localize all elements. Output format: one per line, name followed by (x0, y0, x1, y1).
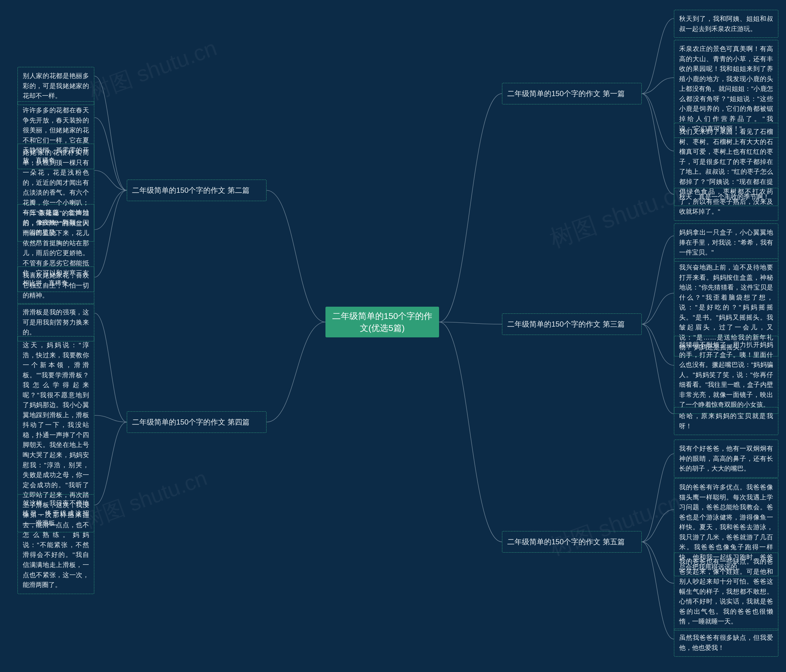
leaf-text: 别人家的花都是艳丽多彩的，可是我姥姥家的花却不一样。 (23, 72, 89, 99)
watermark: 树图 shutu.cn (85, 33, 221, 107)
leaf-node[interactable]: 秋天到了，我和阿姨、姐姐和叔叔一起去到禾泉农庄游玩。 (674, 10, 778, 38)
leaf-node[interactable]: 滑滑板是我的强项，这可是用我刻苦努力换来的。 (17, 303, 94, 341)
leaf-node[interactable]: 我喜欢姥姥家花，喜欢它独立自主，不怕一切的精神。 (17, 267, 94, 305)
branch-label: 二年级简单的150个字的作文 第二篇 (132, 185, 250, 195)
branch-label: 二年级简单的150个字的作文 第五篇 (507, 537, 625, 547)
root-title: 二年级简单的150个字的作文(优选5篇) (332, 310, 433, 334)
leaf-node[interactable]: 我的爸爸也有一些缺点。我的爸爸笑起来，像个娃娃。可是他和别人吵起来却十分可怕。爸… (674, 553, 778, 631)
leaf-node[interactable]: 别人家的花都是艳丽多彩的，可是我姥姥家的花却不一样。 (17, 67, 94, 105)
branch-label: 二年级简单的150个字的作文 第三篇 (507, 319, 625, 329)
branch-node-1[interactable]: 二年级简单的150个字的作文 第一篇 (502, 83, 642, 104)
leaf-text: 秋天到了，我和阿姨、姐姐和叔叔一起去到禾泉农庄游玩。 (679, 15, 773, 32)
branch-label: 二年级简单的150个字的作文 第四篇 (132, 417, 250, 427)
leaf-node[interactable]: 我有个好爸爸，他有一双炯炯有神的眼睛，高高的鼻子，还有长长的胡子，大大的嘴巴。 (674, 440, 778, 478)
root-node[interactable]: 二年级简单的150个字的作文(优选5篇) (325, 307, 439, 338)
branch-node-5[interactable]: 二年级简单的150个字的作文 第五篇 (502, 531, 642, 553)
leaf-node[interactable]: 妈妈拿出一只盒子，小心翼翼地捧在手里，对我说："希希，我有一件宝贝。" (674, 223, 778, 262)
leaf-text: 滑滑板是我的强项，这可是用我刻苦努力换来的。 (23, 309, 89, 336)
leaf-text: 就这样，我日夜不停地练习，终于练成这招——滑滑板。 (23, 499, 89, 526)
leaf-text: 虽然我爸爸有很多缺点，但我爱他，他也爱我！ (679, 634, 773, 651)
leaf-text: 我喜欢姥姥家花，喜欢它独立自主，不怕一切的精神。 (23, 272, 89, 299)
leaf-node[interactable]: 就这样，我日夜不停地练习，终于练成这招——滑滑板。 (17, 494, 94, 532)
leaf-text: 妈妈拿出一只盒子，小心翼翼地捧在手里，对我说："希希，我有一件宝贝。" (679, 229, 773, 256)
leaf-text: 我的爸爸也有一些缺点。我的爸爸笑起来，像个娃娃。可是他和别人吵起来却十分可怕。爸… (679, 558, 773, 625)
branch-node-2[interactable]: 二年级简单的150个字的作文 第二篇 (127, 180, 267, 201)
branch-node-4[interactable]: 二年级简单的150个字的作文 第四篇 (127, 411, 267, 433)
mindmap-canvas: 树图 shutu.cn 树图 shutu.cn 树图 shutu.cn 树图 s… (0, 0, 786, 672)
leaf-text: 我有个好爸爸，他有一双炯炯有神的眼睛，高高的鼻子，还有长长的胡子，大大的嘴巴。 (679, 445, 773, 472)
leaf-node[interactable]: 虽然我爸爸有很多缺点，但我爱他，他也爱我！ (674, 629, 778, 657)
leaf-node[interactable]: 这天，妈妈说："淳浩，快过来，我要教你一个新本领，滑滑板。""我要学滑滑板？我怎… (17, 336, 94, 594)
leaf-text: 秋天，真是一个丰收的季节啊！ (679, 193, 769, 200)
watermark: 树图 shutu.cn (79, 463, 211, 535)
leaf-node[interactable]: 我们又来到了果园，看见了石榴树、枣树。石榴树上有大大的石榴真可爱，枣树上也有红红… (674, 123, 778, 221)
leaf-text: 这天，妈妈说："淳浩，快过来，我要教你一个新本领，滑滑板。""我要学滑滑板？我怎… (23, 341, 89, 588)
branch-label: 二年级简单的150个字的作文 第一篇 (507, 89, 625, 99)
leaf-text: 我猜得不耐烦了，用力扒开妈妈的手，打开了盒子。咦！里面什么也没有。撅起嘴巴说："… (679, 341, 773, 408)
leaf-text: 哈哈，原来妈妈的宝贝就是我呀！ (679, 412, 773, 429)
leaf-node[interactable]: 我猜得不耐烦了，用力扒开妈妈的手，打开了盒子。咦！里面什么也没有。撅起嘴巴说："… (674, 336, 778, 414)
leaf-text: 禾泉农庄的景色可真美啊！有高高的大山、青青的小草，还有丰收的果园呢！我和姐姐来到… (679, 45, 773, 132)
leaf-node[interactable]: 秋天，真是一个丰收的季节啊！ (674, 188, 778, 206)
leaf-node[interactable]: 哈哈，原来妈妈的宝贝就是我呀！ (674, 407, 778, 435)
branch-node-3[interactable]: 二年级简单的150个字的作文 第三篇 (502, 314, 642, 335)
watermark: 树图 shutu.cn (545, 176, 693, 256)
